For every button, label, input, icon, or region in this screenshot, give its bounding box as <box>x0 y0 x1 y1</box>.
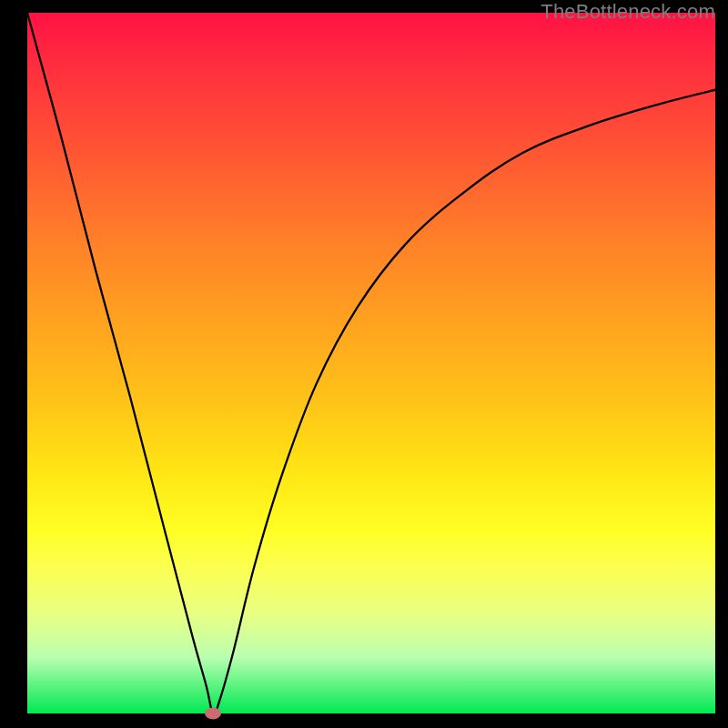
bottleneck-curve <box>27 13 715 713</box>
optimum-marker <box>205 708 221 720</box>
plot-area <box>27 13 715 713</box>
chart-container: TheBottleneck.com <box>0 0 728 728</box>
watermark-text: TheBottleneck.com <box>541 0 715 24</box>
